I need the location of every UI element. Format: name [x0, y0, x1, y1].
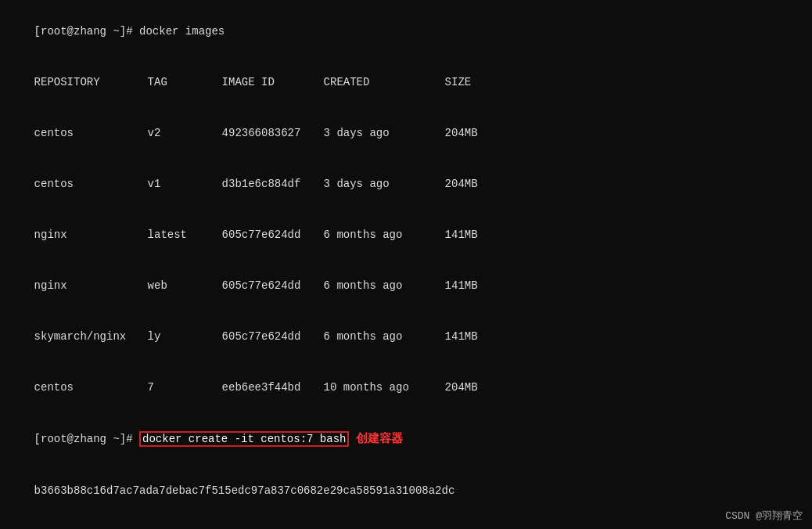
id-cell: eeb6ee3f44bd	[222, 380, 324, 397]
table-row: skymarch/nginxly605c77e624dd6 months ago…	[8, 311, 804, 362]
hash-text: b3663b88c16d7ac7ada7debac7f515edc97a837c…	[34, 484, 455, 497]
created-cell: 3 days ago	[324, 125, 445, 142]
tag-cell: 7	[148, 380, 222, 397]
tag-cell: ly	[148, 329, 222, 346]
table-row: nginxweb605c77e624dd6 months ago141MB	[8, 261, 804, 311]
id-cell: 605c77e624dd	[222, 278, 324, 295]
col-created-header: CREATED	[324, 74, 445, 92]
docker-create-line: [root@zhang ~]# docker create -it centos…	[8, 414, 804, 466]
table-row: centosv24923660836273 days ago204MB	[8, 108, 804, 159]
created-cell: 6 months ago	[324, 227, 445, 244]
created-cell: 6 months ago	[324, 278, 445, 295]
prompt: [root@zhang ~]# docker images	[34, 25, 225, 38]
created-cell: 6 months ago	[324, 329, 445, 346]
images-header: REPOSITORYTAGIMAGE IDCREATEDSIZE	[8, 57, 804, 108]
id-cell: 605c77e624dd	[222, 227, 324, 244]
id-cell: 605c77e624dd	[222, 329, 324, 346]
line-1: [root@zhang ~]# docker images	[8, 6, 804, 57]
size-cell: 204MB	[445, 381, 478, 394]
col-tag-header: TAG	[148, 74, 222, 92]
repo-cell: centos	[34, 125, 148, 142]
docker-ps-line: [root@zhang ~]# docker ps -a	[8, 516, 804, 529]
watermark: CSDN @羽翔青空	[725, 509, 803, 523]
table-row: centosv1d3b1e6c884df3 days ago204MB	[8, 159, 804, 210]
tag-cell: web	[148, 278, 222, 295]
repo-cell: nginx	[34, 278, 148, 295]
tag-cell: latest	[148, 227, 222, 244]
tag-cell: v1	[148, 176, 222, 193]
col-repository-header: REPOSITORY	[34, 74, 148, 92]
tag-cell: v2	[148, 125, 222, 142]
size-cell: 141MB	[445, 229, 478, 241]
size-cell: 204MB	[445, 178, 478, 190]
table-row: centos7eeb6ee3f44bd10 months ago204MB	[8, 362, 804, 413]
docker-create-cmd: docker create -it centos:7 bash	[139, 431, 349, 447]
repo-cell: nginx	[34, 227, 148, 244]
hash-output: b3663b88c16d7ac7ada7debac7f515edc97a837c…	[8, 466, 804, 516]
create-annotation: 创建容器	[349, 433, 403, 446]
terminal: [root@zhang ~]# docker images REPOSITORY…	[0, 0, 812, 529]
id-cell: d3b1e6c884df	[222, 176, 324, 193]
repo-cell: centos	[34, 380, 148, 397]
created-cell: 3 days ago	[324, 176, 445, 193]
repo-cell: centos	[34, 176, 148, 193]
created-cell: 10 months ago	[324, 380, 445, 397]
col-size-header: SIZE	[445, 76, 472, 88]
size-cell: 141MB	[445, 330, 478, 343]
size-cell: 141MB	[445, 279, 478, 292]
id-cell: 492366083627	[222, 125, 324, 142]
size-cell: 204MB	[445, 127, 478, 139]
col-imageid-header: IMAGE ID	[222, 74, 324, 92]
table-row: nginxlatest605c77e624dd6 months ago141MB	[8, 210, 804, 261]
repo-cell: skymarch/nginx	[34, 329, 148, 346]
prompt: [root@zhang ~]#	[34, 433, 139, 445]
